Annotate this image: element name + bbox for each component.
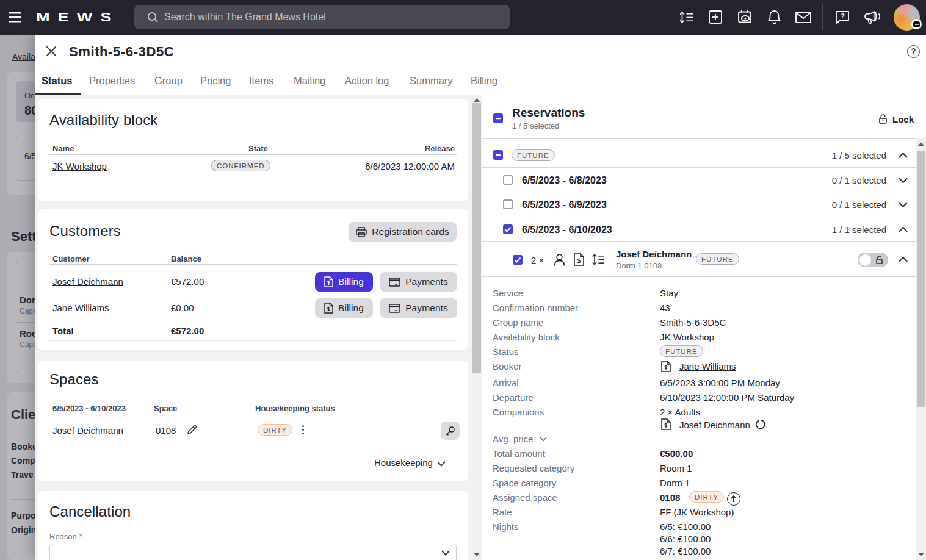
svg-text:?: ? [841,12,845,20]
